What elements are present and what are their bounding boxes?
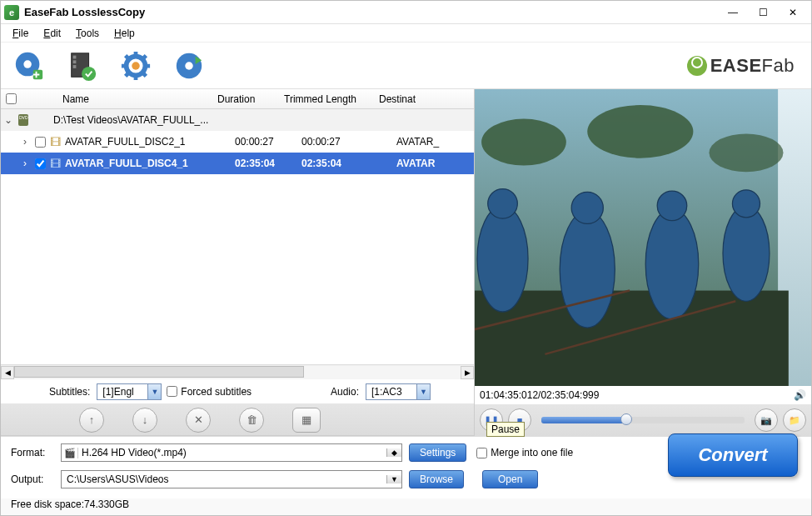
audio-select[interactable]: [1:AC3 ▼	[366, 383, 431, 400]
subtitles-value: [1]Engl	[97, 384, 147, 399]
film-icon: 🎞	[47, 158, 62, 170]
col-name[interactable]: Name	[21, 93, 212, 105]
brand-strong: EASE	[710, 55, 762, 77]
col-destination[interactable]: Destinat	[374, 93, 474, 105]
menu-help[interactable]: Help	[114, 28, 135, 39]
stepper-icon[interactable]: ◆	[386, 448, 401, 457]
free-space-label: Free disk space:74.330GB	[1, 498, 811, 515]
svg-rect-6	[73, 65, 77, 68]
row-checkbox[interactable]	[35, 137, 46, 148]
dropdown-icon[interactable]: ▼	[147, 384, 161, 399]
app-title: EaseFab LosslessCopy	[24, 6, 718, 18]
row-checkbox[interactable]	[35, 158, 46, 169]
settings-gear-button[interactable]	[117, 48, 154, 84]
chevron-right-icon[interactable]: ›	[17, 136, 32, 148]
svg-rect-5	[73, 60, 77, 63]
settings-button[interactable]: Settings	[409, 443, 466, 462]
playback-time: 01:04:35:012/02:35:04:999	[480, 389, 599, 401]
mp4-icon: 🎬	[62, 448, 78, 458]
forced-subtitles-label: Forced subtitles	[181, 386, 252, 398]
row-duration: 00:00:27	[232, 136, 299, 148]
horizontal-scrollbar[interactable]: ◀ ▶	[1, 364, 474, 379]
app-icon: e	[4, 5, 19, 20]
svg-point-14	[481, 119, 566, 166]
maximize-button[interactable]: ☐	[748, 3, 778, 23]
scrollbar-thumb[interactable]	[14, 366, 304, 378]
chevron-down-icon[interactable]: ⌄	[1, 114, 16, 126]
svg-rect-17	[475, 291, 789, 386]
film-icon: 🎞	[47, 136, 62, 148]
svg-point-21	[571, 192, 603, 223]
group-row[interactable]: ⌄ D:\Test Videos\AVATAR_FUULL_...	[1, 109, 474, 131]
format-value: H.264 HD Video(*.mp4)	[78, 447, 386, 458]
merge-checkbox[interactable]: Merge into one file	[476, 447, 573, 458]
move-up-button[interactable]: ↑	[79, 408, 104, 433]
minimize-button[interactable]: —	[718, 3, 748, 23]
video-preview	[475, 89, 811, 386]
svg-point-18	[477, 206, 528, 312]
header-checkbox[interactable]	[6, 93, 17, 104]
scroll-left-button[interactable]: ◀	[1, 366, 14, 379]
move-down-button[interactable]: ↓	[132, 408, 157, 433]
svg-point-25	[732, 190, 760, 218]
svg-point-19	[488, 189, 518, 219]
menu-tools[interactable]: Tools	[76, 28, 99, 39]
format-select[interactable]: 🎬 H.264 HD Video(*.mp4) ◆	[61, 443, 402, 462]
folder-button[interactable]: 📁	[783, 408, 806, 432]
svg-point-22	[645, 209, 699, 319]
delete-button[interactable]: 🗑	[239, 408, 264, 433]
output-select[interactable]: C:\Users\ASUS\Videos ▼	[61, 470, 402, 488]
row-trimmed: 00:00:27	[299, 136, 394, 148]
format-label: Format:	[11, 447, 54, 458]
svg-point-7	[82, 66, 96, 80]
convert-button[interactable]: Convert	[668, 433, 798, 477]
table-row[interactable]: › 🎞 AVATAR_FUULL_DISC4_1 02:35:04 02:35:…	[1, 153, 474, 174]
seek-thumb[interactable]	[620, 413, 632, 425]
snapshot-button[interactable]: 📷	[755, 408, 778, 432]
pause-tooltip: Pause	[486, 422, 525, 437]
toolbar: EASEFab	[1, 43, 811, 89]
browse-button[interactable]: Browse	[409, 470, 464, 488]
remove-button[interactable]: ✕	[186, 408, 211, 433]
dropdown-icon[interactable]: ▼	[386, 475, 401, 483]
volume-icon[interactable]: 🔊	[794, 389, 806, 401]
svg-point-16	[709, 133, 783, 172]
row-trimmed: 02:35:04	[299, 158, 394, 169]
scroll-right-button[interactable]: ▶	[461, 366, 474, 379]
dropdown-icon[interactable]: ▼	[416, 384, 430, 399]
output-label: Output:	[11, 473, 54, 485]
chevron-right-icon[interactable]: ›	[17, 158, 32, 169]
brand-icon	[687, 56, 707, 76]
svg-point-1	[23, 60, 31, 68]
svg-point-9	[132, 62, 140, 70]
audio-label: Audio:	[331, 386, 361, 398]
row-dest: AVATAR_	[394, 136, 474, 148]
svg-rect-4	[73, 55, 77, 58]
audio-value: [1:AC3	[366, 384, 416, 399]
close-button[interactable]: ✕	[778, 3, 808, 23]
seek-fill	[541, 417, 626, 423]
table-row[interactable]: › 🎞 AVATAR_FUULL_DISC2_1 00:00:27 00:00:…	[1, 131, 474, 153]
forced-subtitles-checkbox[interactable]: Forced subtitles	[167, 386, 252, 398]
menu-edit[interactable]: Edit	[43, 28, 61, 39]
load-disc-button[interactable]	[11, 48, 47, 84]
refresh-disc-button[interactable]	[171, 48, 207, 84]
edit-button[interactable]: ▦	[292, 408, 321, 433]
subtitles-label: Subtitles:	[49, 386, 92, 398]
dvd-icon	[18, 114, 28, 126]
titlebar: e EaseFab LosslessCopy — ☐ ✕	[1, 1, 811, 24]
merge-label: Merge into one file	[491, 447, 573, 458]
subtitles-select[interactable]: [1]Engl ▼	[97, 383, 162, 400]
menubar: File Edit Tools Help	[1, 24, 811, 43]
load-file-button[interactable]	[64, 48, 101, 84]
menu-file[interactable]: File	[12, 28, 28, 39]
open-button[interactable]: Open	[482, 470, 538, 488]
col-duration[interactable]: Duration	[212, 93, 279, 105]
col-trimmed[interactable]: Trimmed Length	[279, 93, 374, 105]
row-name: AVATAR_FUULL_DISC2_1	[62, 136, 232, 148]
svg-point-15	[587, 105, 693, 158]
seek-bar[interactable]	[541, 417, 745, 423]
svg-point-11	[185, 62, 193, 70]
group-name: D:\Test Videos\AVATAR_FUULL_...	[51, 114, 409, 126]
brand-light: Fab	[762, 55, 795, 77]
